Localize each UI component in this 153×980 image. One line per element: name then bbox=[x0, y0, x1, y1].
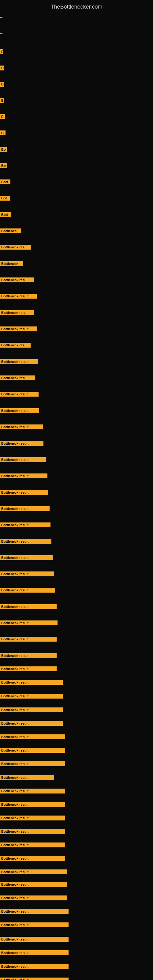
bar-label: E bbox=[0, 98, 4, 103]
bar-label: Bottleneck result bbox=[0, 856, 65, 861]
bar-label: E bbox=[0, 114, 5, 119]
bar-label bbox=[0, 17, 2, 18]
bar-label: B bbox=[0, 82, 4, 87]
bar-label: Bot bbox=[0, 196, 10, 200]
bar-item: Bottleneck result bbox=[0, 620, 57, 625]
bar-label: Bottleneck result bbox=[0, 909, 69, 914]
bar-label: Bottleneck result bbox=[0, 950, 69, 955]
bar-item: Bottleneck result bbox=[0, 539, 51, 544]
bar-item: Bottlenec bbox=[0, 229, 21, 233]
bar-item: Bottleneck result bbox=[0, 882, 67, 887]
bar-item: Bottleneck result bbox=[0, 637, 57, 641]
bar-item: Bott bbox=[0, 180, 10, 185]
bar-label: Bottleneck result bbox=[0, 978, 69, 980]
bar-item: Bottleneck result bbox=[0, 843, 65, 847]
bar-label: Bo bbox=[0, 163, 7, 168]
bar-label: Bottleneck result bbox=[0, 843, 65, 847]
bar-label: Bottleneck resu bbox=[0, 310, 34, 315]
bar-label: Bottleneck result bbox=[0, 882, 67, 887]
bar-item: Bottleneck res bbox=[0, 343, 30, 348]
bar-label: Bottleneck result bbox=[0, 653, 57, 658]
bar-label: Bott bbox=[0, 212, 11, 217]
bar-item: Bottleneck result bbox=[0, 734, 65, 739]
bar-label: Bott bbox=[0, 180, 10, 185]
bar-label: Bottleneck res bbox=[0, 245, 31, 250]
bar-item: Bottleneck result bbox=[0, 392, 38, 396]
chart-container: TheBottlenecker.com EHBEEBBoBoBottBotBot… bbox=[0, 0, 153, 980]
bar-label: Bottleneck result bbox=[0, 694, 63, 698]
bar-item: Bo bbox=[0, 147, 7, 152]
bar-label: Bottleneck result bbox=[0, 748, 65, 753]
bar-item: Bottleneck result bbox=[0, 588, 55, 593]
bar-item: Bottleneck result bbox=[0, 294, 37, 299]
bar-item bbox=[0, 33, 2, 34]
bar-label: Bottleneck result bbox=[0, 604, 57, 609]
bar-label: Bottleneck res bbox=[0, 343, 30, 348]
bar-label: Bottleneck result bbox=[0, 294, 37, 299]
bar-label: Bottleneck result bbox=[0, 506, 49, 511]
bar-label: Bottleneck result bbox=[0, 555, 53, 560]
bar-item: Bottleneck result bbox=[0, 506, 49, 511]
bar-label: Bottleneck result bbox=[0, 802, 65, 807]
bar-label: E bbox=[0, 49, 3, 54]
bar-item: Bottleneck result bbox=[0, 604, 57, 609]
bar-label: Bottleneck result bbox=[0, 326, 37, 331]
bar-label: H bbox=[0, 65, 4, 70]
bar-label: Bottleneck result bbox=[0, 588, 55, 593]
bar-label: Bottlenec bbox=[0, 229, 21, 233]
bar-item: Bottleneck result bbox=[0, 425, 43, 430]
bar-item: Bottleneck result bbox=[0, 721, 63, 726]
bar-item: Bottleneck result bbox=[0, 490, 48, 495]
bar-item: E bbox=[0, 49, 3, 54]
bar-item: H bbox=[0, 65, 4, 70]
bar-item: Bottleneck res bbox=[0, 245, 31, 250]
bar-item: Bottleneck result bbox=[0, 359, 38, 364]
bar-label: B bbox=[0, 130, 5, 135]
bar-label: Bottleneck result bbox=[0, 667, 57, 671]
bar-label: Bottleneck result bbox=[0, 441, 43, 446]
bar-label: Bottleneck result bbox=[0, 964, 69, 969]
bar-item: Bottleneck result bbox=[0, 816, 65, 821]
bar-item: Bottleneck result bbox=[0, 869, 67, 874]
bar-item: Bottleneck result bbox=[0, 457, 46, 462]
bar-item: Bottleneck result bbox=[0, 326, 37, 331]
bar-label: Bottleneck result bbox=[0, 816, 65, 821]
bar-label: Bottleneck result bbox=[0, 708, 63, 712]
bar-item: Bottleneck result bbox=[0, 896, 67, 900]
bar-label: Bottleneck result bbox=[0, 734, 65, 739]
bar-item: Bottleneck resu bbox=[0, 375, 35, 380]
bar-item: Bottleneck result bbox=[0, 856, 65, 861]
bar-item: Bottleneck result bbox=[0, 571, 54, 576]
bar-item: Bottleneck result bbox=[0, 667, 57, 671]
bar-label: Bottleneck result bbox=[0, 620, 57, 625]
bar-item: Bottleneck result bbox=[0, 909, 69, 914]
bar-label: Bottleneck result bbox=[0, 522, 51, 527]
bar-item: Bottleneck result bbox=[0, 748, 65, 753]
bar-item: Bottleneck result bbox=[0, 441, 43, 446]
bar-item: Bottleneck result bbox=[0, 978, 69, 980]
bar-item: Bottleneck result bbox=[0, 708, 63, 712]
bar-item: Bottleneck result bbox=[0, 694, 63, 698]
bar-label: Bottleneck result bbox=[0, 896, 67, 900]
site-title: TheBottlenecker.com bbox=[0, 0, 153, 13]
bar-item: Bottleneck result bbox=[0, 775, 54, 780]
bar-item: Bottleneck result bbox=[0, 802, 65, 807]
bar-label: Bottleneck result bbox=[0, 775, 54, 780]
bar-label: Bottleneck result bbox=[0, 637, 57, 641]
bar-item: B bbox=[0, 130, 5, 135]
bar-item bbox=[0, 17, 2, 18]
bar-item: Bottleneck bbox=[0, 261, 23, 266]
bar-label: Bottleneck result bbox=[0, 474, 48, 478]
bar-label: Bottleneck result bbox=[0, 571, 54, 576]
bar-item: Bottleneck result bbox=[0, 555, 53, 560]
bar-label: Bottleneck result bbox=[0, 761, 65, 766]
bar-item: Bottleneck result bbox=[0, 937, 69, 942]
bar-label: Bottleneck result bbox=[0, 869, 67, 874]
bar-item: Bott bbox=[0, 212, 11, 217]
bar-label: Bottleneck result bbox=[0, 408, 39, 413]
bar-label: Bottleneck result bbox=[0, 937, 69, 942]
bar-label: Bottleneck result bbox=[0, 392, 38, 396]
bar-item: Bottleneck result bbox=[0, 789, 65, 794]
bar-label: Bottleneck result bbox=[0, 789, 65, 794]
bar-item: Bottleneck result bbox=[0, 964, 69, 969]
